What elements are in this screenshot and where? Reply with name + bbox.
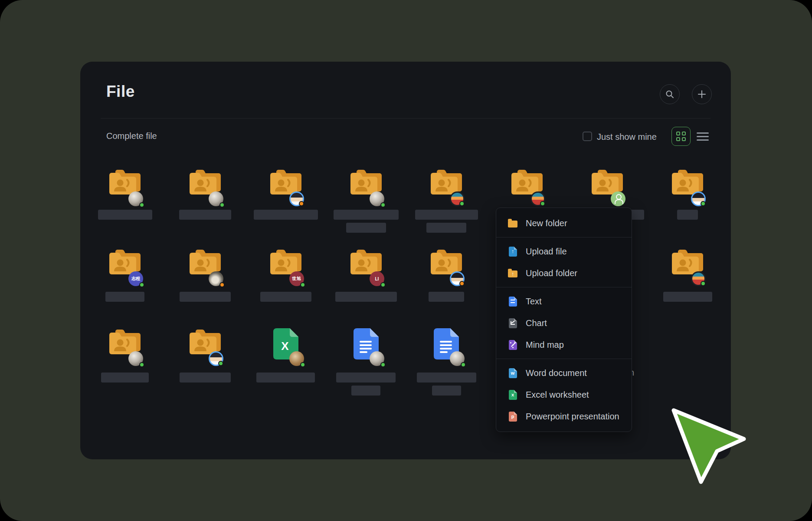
menu-item-chart[interactable]: Chart [496,312,632,334]
menu-item-new-folder[interactable]: New folder [496,212,632,234]
member-avatar: 志程 [128,271,143,286]
member-avatar [450,271,465,286]
file-name-placeholder [180,292,231,302]
menu-item-upload-file[interactable]: ↑Upload file [496,241,632,262]
upload-folder-icon: ↑ [508,268,518,278]
status-dot [701,281,706,286]
member-avatar [209,191,223,206]
file-name-placeholder [98,210,152,220]
word-document-icon: w [508,368,518,378]
status-dot [299,201,304,206]
file-name-placeholder [346,223,386,233]
status-dot [701,201,706,206]
search-button[interactable] [660,84,680,104]
member-avatar [691,191,706,206]
file-name-placeholder [335,292,397,302]
grid-view-icon [676,132,686,141]
menu-item-label: Chart [526,318,547,328]
menu-divider [496,287,632,287]
status-dot [139,362,144,367]
menu-item-excel-worksheet[interactable]: xExcel worksheet [496,384,632,406]
text-icon [508,296,518,307]
file-name-placeholder [101,373,149,383]
menu-item-word-document[interactable]: wWord document [496,362,632,384]
menu-item-text[interactable]: Text [496,290,632,312]
member-avatar [611,191,625,206]
file-name-placeholder [256,373,315,383]
menu-item-upload-folder[interactable]: ↑Upload folder [496,262,632,284]
member-avatar [450,351,465,366]
status-dot [139,202,144,208]
menu-divider [496,359,632,359]
excel-worksheet-icon: x [508,389,518,400]
status-dot [380,282,386,287]
page-title: File [106,82,135,101]
menu-item-label: Excel worksheet [526,390,589,400]
menu-item-label: New folder [526,218,567,228]
member-avatar: LI [370,271,384,286]
file-name-placeholder [260,292,311,302]
file-name-placeholder [663,292,712,302]
file-name-placeholder [180,373,231,383]
file-name-placeholder [105,292,144,302]
menu-item-mind-map[interactable]: Mind map [496,334,632,356]
menu-item-label: Upload folder [526,268,577,278]
status-dot [139,282,144,287]
menu-item-powerpoint-presentation[interactable]: pPowerpoint presentation [496,406,632,427]
member-avatar [289,191,304,206]
member-avatar [370,351,384,366]
member-avatar [530,191,545,206]
member-avatar [128,351,143,366]
context-menu: New folder↑Upload file↑Upload folderText… [496,208,632,432]
header-divider [101,118,710,119]
powerpoint-presentation-icon: p [508,411,518,422]
member-avatar [450,191,465,206]
list-view-button[interactable] [697,130,709,143]
menu-divider [496,237,632,237]
chart-icon [508,318,518,328]
file-name-placeholder [334,210,399,220]
just-show-mine-label[interactable]: Just show mine [597,132,657,142]
file-name-placeholder [426,223,466,233]
svg-text:X: X [281,340,289,353]
upload-file-icon: ↑ [508,246,518,257]
status-dot [218,361,223,366]
status-dot [459,281,465,286]
member-avatar [370,191,384,206]
file-name-placeholder [351,386,380,396]
member-avatar: 世旭 [289,271,304,286]
status-dot [380,202,386,208]
status-dot [459,201,465,206]
grid-view-button[interactable] [671,127,691,146]
status-dot [461,362,466,367]
status-dot [540,201,545,206]
menu-item-label: Text [526,297,542,307]
member-avatar [289,351,304,366]
search-icon [665,89,674,99]
plus-icon [697,89,707,99]
menu-item-label: Mind map [526,340,564,350]
desktop-background: File Complete file Just show mine 志程世旭LI… [0,0,812,521]
status-dot [300,362,305,367]
status-dot [219,282,225,287]
menu-item-label: Upload file [526,247,567,257]
member-avatar [209,351,223,366]
just-show-mine-checkbox[interactable] [583,132,592,141]
status-dot [300,282,305,287]
member-avatar [691,271,706,286]
list-view-icon [697,132,709,134]
file-name-placeholder [254,210,318,220]
file-manager-window: File Complete file Just show mine 志程世旭LI… [80,62,731,459]
menu-item-label: Powerpoint presentation [526,412,619,422]
section-label: Complete file [106,131,157,141]
file-name-placeholder [179,210,231,220]
file-name-placeholder [336,373,396,383]
status-dot [219,202,225,208]
file-name-placeholder [677,210,698,220]
add-button[interactable] [692,84,712,104]
status-dot [380,362,386,367]
menu-item-label: Word document [526,368,587,378]
file-name-placeholder [415,210,478,220]
file-name-placeholder [417,373,476,383]
file-name-placeholder [429,292,464,302]
